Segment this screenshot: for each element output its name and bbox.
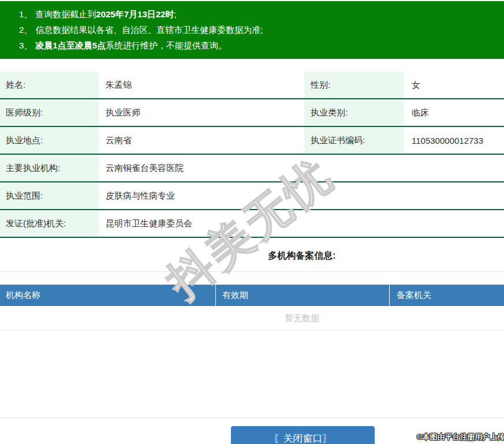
table-row: 主要执业机构: 云南铜雀台美容医院 <box>0 155 504 182</box>
notice-line-1: 1、查询数据截止到2025年7月13日22时; <box>19 6 504 22</box>
notice-banner: 1、查询数据截止到2025年7月13日22时; 2、信息数据结果以各省、自治区、… <box>0 1 504 59</box>
field-value-issuing-authority: 昆明市卫生健康委员会 <box>99 210 504 237</box>
field-label-main-institution: 主要执业机构: <box>0 155 99 181</box>
field-value-practice-category: 临床 <box>404 99 504 126</box>
field-label-practice-scope: 执业范围: <box>0 182 99 209</box>
field-value-gender: 女 <box>404 72 504 98</box>
notice-text: 系统进行维护，不能提供查询。 <box>106 40 227 50</box>
divider <box>0 417 504 418</box>
table-row: 执业范围: 皮肤病与性病专业 <box>0 182 504 210</box>
field-value-practice-location: 云南省 <box>99 127 304 154</box>
close-window-button[interactable]: 〖关闭窗口〗 <box>231 426 375 444</box>
table-row: 医师级别: 执业医师 执业类别: 临床 <box>0 99 504 127</box>
field-label-practice-location: 执业地点: <box>0 127 99 154</box>
column-header-filing-authority: 备案机关 <box>390 285 504 306</box>
field-value-license-number: 110530000012733 <box>404 127 504 154</box>
table-row: 发证(批准)机关: 昆明市卫生健康委员会 <box>0 210 504 238</box>
field-value-doctor-level: 执业医师 <box>99 99 304 126</box>
field-value-main-institution: 云南铜雀台美容医院 <box>99 155 504 181</box>
divider <box>0 271 504 272</box>
table-row: 姓名: 朱孟锦 性别: 女 <box>0 72 504 99</box>
field-label-practice-category: 执业类别: <box>304 99 404 126</box>
query-result-page: 1、查询数据截止到2025年7月13日22时; 2、信息数据结果以各省、自治区、… <box>0 0 504 444</box>
notice-text-bold: 2025年7月13日22时 <box>96 9 174 19</box>
notice-number: 2、 <box>19 25 32 35</box>
filing-table-header: 机构名称 有效期 备案机关 <box>0 285 504 306</box>
column-header-institution-name: 机构名称 <box>0 285 216 306</box>
practitioner-info-table: 姓名: 朱孟锦 性别: 女 医师级别: 执业医师 执业类别: 临床 执业地点: … <box>0 72 504 238</box>
section-title-multi-institution: 多机构备案信息: <box>0 250 504 262</box>
notice-number: 1、 <box>19 9 32 19</box>
notice-text: ; <box>174 9 176 19</box>
notice-line-3: 3、凌晨1点至凌晨5点系统进行维护，不能提供查询。 <box>19 38 504 53</box>
field-label-name: 姓名: <box>0 72 99 98</box>
field-label-license-number: 执业证书编码: <box>304 127 404 154</box>
table-row: 执业地点: 云南省 执业证书编码: 110530000012733 <box>0 127 504 155</box>
notice-text: 信息数据结果以各省、自治区、直辖市卫生健康委数据为准; <box>35 25 263 35</box>
divider <box>0 330 504 330</box>
field-label-doctor-level: 医师级别: <box>0 99 99 126</box>
notice-text-bold: 凌晨1点至凌晨5点 <box>35 40 106 50</box>
copyright-watermark: ©本图由平台注册用户上传 <box>417 432 503 442</box>
field-label-issuing-authority: 发证(批准)机关: <box>0 210 99 237</box>
field-label-gender: 性别: <box>304 72 404 98</box>
notice-text: 查询数据截止到 <box>35 9 96 19</box>
field-value-practice-scope: 皮肤病与性病专业 <box>99 182 504 209</box>
field-value-name: 朱孟锦 <box>99 72 304 98</box>
empty-data-placeholder: 暂无数据 <box>0 306 504 330</box>
notice-line-2: 2、信息数据结果以各省、自治区、直辖市卫生健康委数据为准; <box>19 22 504 38</box>
notice-number: 3、 <box>19 40 32 50</box>
column-header-validity-period: 有效期 <box>216 285 390 306</box>
